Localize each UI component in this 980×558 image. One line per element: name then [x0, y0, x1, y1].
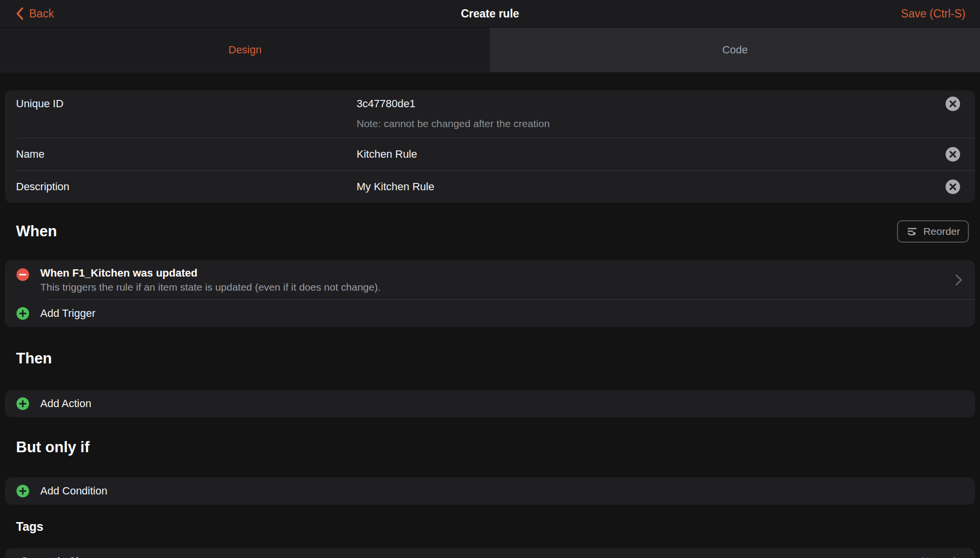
clear-icon: [945, 147, 961, 162]
conditions-list: Add Condition: [5, 477, 975, 505]
but-only-if-section-header: But only if: [0, 417, 980, 477]
clear-name-button[interactable]: [945, 147, 961, 162]
spacer: [0, 72, 980, 90]
create-rule-page: { "navbar": { "back_label": "Back", "tit…: [0, 0, 980, 558]
add-condition-button[interactable]: Add Condition: [5, 477, 975, 505]
clear-icon: [945, 96, 961, 112]
clear-description-button[interactable]: [945, 179, 961, 195]
description-input[interactable]: My Kitchen Rule: [357, 180, 939, 194]
reorder-icon: [906, 225, 918, 238]
description-row[interactable]: Description My Kitchen Rule: [5, 171, 975, 203]
page-title: Create rule: [0, 7, 980, 20]
chevron-left-icon: [15, 6, 25, 21]
tags-title: Tags: [16, 505, 44, 548]
remove-trigger-icon[interactable]: [16, 268, 30, 281]
add-icon: [16, 484, 30, 498]
tab-bar: Design Code: [0, 28, 980, 72]
description-label: Description: [16, 180, 357, 194]
trigger-item[interactable]: When F1_Kitchen was updated This trigger…: [5, 260, 975, 299]
triggers-list: When F1_Kitchen was updated This trigger…: [5, 260, 975, 327]
actions-list: Add Action: [5, 390, 975, 417]
clear-icon: [945, 179, 961, 195]
add-trigger-button[interactable]: Add Trigger: [5, 300, 975, 327]
add-action-label: Add Action: [40, 397, 91, 410]
when-section-header: When Reorder: [0, 203, 980, 260]
tab-design[interactable]: Design: [0, 28, 490, 72]
unique-id-value-area: 3c47780de1 Note: cannot be changed after…: [357, 97, 939, 130]
semantic-class-label: Semantic Class: [21, 555, 95, 558]
unique-id-label: Unique ID: [16, 97, 357, 111]
tab-code[interactable]: Code: [490, 28, 980, 72]
when-title: When: [16, 223, 57, 240]
add-action-button[interactable]: Add Action: [5, 390, 975, 417]
add-trigger-label: Add Trigger: [40, 307, 96, 320]
back-label: Back: [29, 7, 54, 20]
back-button[interactable]: Back: [15, 6, 54, 21]
unique-id-input[interactable]: 3c47780de1: [357, 97, 939, 111]
trigger-title: When F1_Kitchen was updated: [40, 266, 953, 280]
name-label: Name: [16, 148, 357, 161]
tags-list: Semantic Class None: [5, 548, 975, 558]
then-section-header: Then: [0, 327, 980, 390]
unique-id-row[interactable]: Unique ID 3c47780de1 Note: cannot be cha…: [5, 90, 975, 138]
name-input[interactable]: Kitchen Rule: [357, 148, 939, 161]
semantic-class-row[interactable]: Semantic Class None: [5, 548, 975, 558]
tags-section-header: Tags: [0, 505, 980, 548]
but-only-if-title: But only if: [16, 439, 90, 456]
reorder-label: Reorder: [923, 226, 960, 237]
semantic-class-value-area: None: [921, 555, 961, 558]
add-condition-label: Add Condition: [40, 485, 107, 497]
clear-unique-id-button[interactable]: [945, 96, 961, 112]
unique-id-note: Note: cannot be changed after the creati…: [357, 117, 939, 130]
add-icon: [16, 307, 30, 320]
chevron-right-icon: [952, 556, 961, 558]
trigger-subtitle: This triggers the rule if an item state …: [40, 280, 953, 294]
name-row[interactable]: Name Kitchen Rule: [5, 138, 975, 170]
add-icon: [16, 397, 30, 410]
reorder-button[interactable]: Reorder: [897, 220, 969, 243]
navbar: Back Create rule Save (Ctrl-S): [0, 0, 980, 28]
then-title: Then: [16, 350, 52, 367]
chevron-right-icon: [953, 273, 964, 287]
save-button[interactable]: Save (Ctrl-S): [901, 7, 965, 20]
rule-info-list: Unique ID 3c47780de1 Note: cannot be cha…: [5, 90, 975, 203]
semantic-class-value: None: [921, 555, 947, 558]
trigger-text: When F1_Kitchen was updated This trigger…: [40, 266, 953, 294]
